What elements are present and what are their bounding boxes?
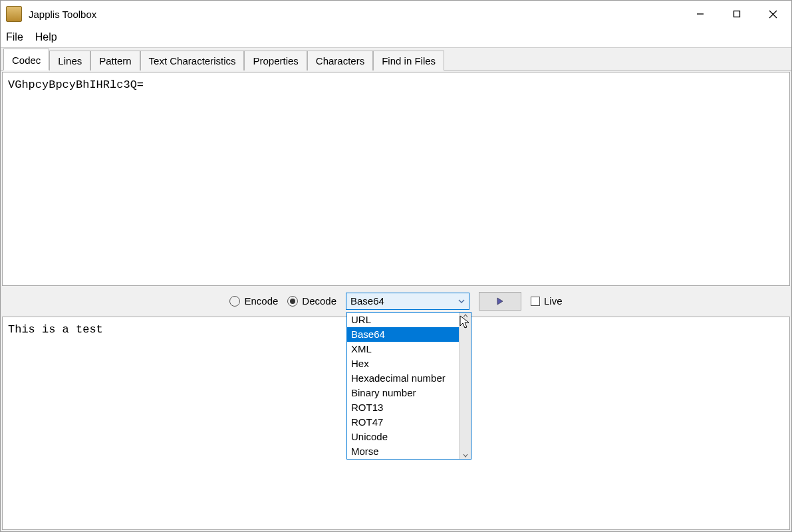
minimize-icon — [696, 10, 704, 18]
dropdown-scrollbar[interactable] — [459, 313, 471, 459]
window-controls — [682, 1, 791, 27]
tab-properties[interactable]: Properties — [244, 51, 307, 70]
format-option-rot13[interactable]: ROT13 — [347, 400, 459, 415]
tab-pattern[interactable]: Pattern — [90, 51, 140, 70]
tab-codec[interactable]: Codec — [3, 49, 49, 70]
format-option-url[interactable]: URL — [347, 313, 459, 327]
app-icon — [6, 6, 22, 22]
svg-rect-1 — [733, 11, 739, 17]
decode-radio[interactable]: Decode — [287, 295, 336, 307]
minimize-button[interactable] — [682, 1, 718, 27]
chevron-down-icon — [458, 299, 465, 303]
format-option-rot47[interactable]: ROT47 — [347, 415, 459, 430]
format-option-hex[interactable]: Hex — [347, 356, 459, 371]
tab-characters[interactable]: Characters — [307, 51, 373, 70]
chevron-up-icon — [463, 314, 468, 318]
tab-bar: Codec Lines Pattern Text Characteristics… — [1, 47, 791, 70]
format-option-base64[interactable]: Base64 — [347, 327, 459, 342]
encode-radio[interactable]: Encode — [229, 295, 278, 307]
tab-text-characteristics[interactable]: Text Characteristics — [140, 51, 245, 70]
tab-lines[interactable]: Lines — [49, 51, 90, 70]
input-textarea[interactable]: VGhpcyBpcyBhIHRlc3Q= — [2, 72, 790, 286]
tab-find-in-files[interactable]: Find in Files — [373, 51, 444, 70]
format-option-binary-number[interactable]: Binary number — [347, 386, 459, 400]
format-option-xml[interactable]: XML — [347, 342, 459, 356]
window-title: Japplis Toolbox — [29, 9, 96, 20]
svg-marker-4 — [497, 298, 503, 305]
menu-help[interactable]: Help — [35, 31, 57, 43]
format-option-morse[interactable]: Morse — [347, 444, 459, 459]
checkbox-icon — [531, 297, 540, 306]
run-button[interactable] — [479, 292, 521, 311]
play-icon — [497, 297, 503, 305]
content-area: VGhpcyBpcyBhIHRlc3Q= Encode Decode Base6… — [1, 70, 791, 531]
encode-label: Encode — [244, 295, 278, 307]
radio-icon — [287, 296, 298, 307]
app-window: Japplis Toolbox File Help Codec Lines Pa… — [0, 0, 792, 532]
maximize-icon — [733, 10, 741, 18]
close-icon — [769, 10, 777, 19]
format-option-unicode[interactable]: Unicode — [347, 430, 459, 444]
live-checkbox[interactable]: Live — [531, 295, 563, 307]
chevron-down-icon — [463, 454, 468, 458]
maximize-button[interactable] — [718, 1, 755, 27]
close-button[interactable] — [755, 1, 791, 27]
menu-bar: File Help — [1, 27, 791, 47]
format-dropdown-list[interactable]: URL Base64 XML Hex Hexadecimal number Bi… — [346, 312, 471, 460]
menu-file[interactable]: File — [6, 31, 23, 43]
title-bar: Japplis Toolbox — [1, 1, 791, 27]
decode-label: Decode — [302, 295, 336, 307]
codec-toolbar: Encode Decode Base64 Live — [1, 287, 791, 315]
format-select[interactable]: Base64 — [346, 293, 469, 310]
format-selected-value: Base64 — [350, 295, 384, 307]
format-option-hexadecimal-number[interactable]: Hexadecimal number — [347, 371, 459, 386]
live-label: Live — [544, 295, 563, 307]
radio-icon — [229, 296, 240, 307]
